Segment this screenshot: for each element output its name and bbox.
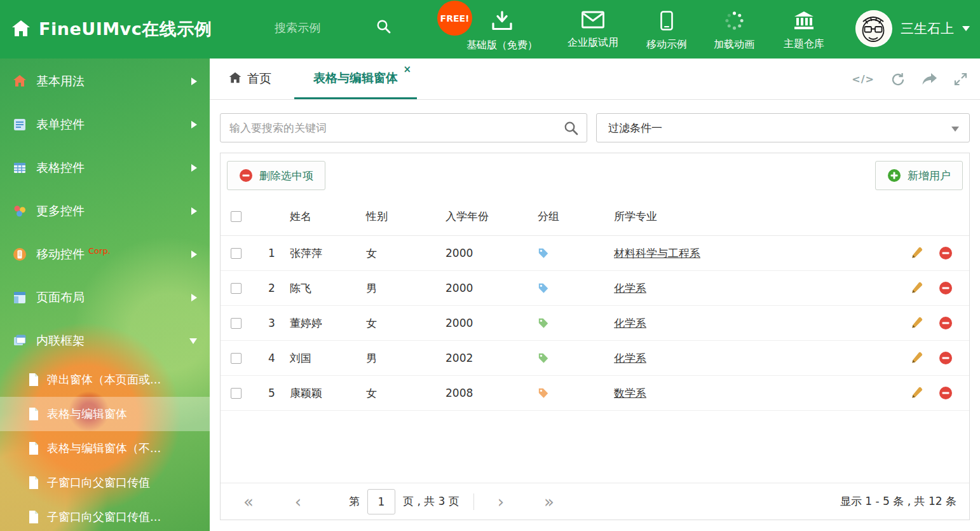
tag-icon[interactable]: [538, 282, 549, 294]
close-icon[interactable]: ×: [403, 65, 411, 74]
column-header-gender[interactable]: 性别: [364, 209, 443, 224]
cell-year: 2000: [443, 317, 535, 329]
add-user-button[interactable]: 新增用户: [875, 161, 963, 190]
sidebar-item-page-layout[interactable]: 页面布局: [0, 276, 210, 319]
last-page-button[interactable]: »: [536, 493, 562, 510]
corp-badge: Corp.: [88, 246, 111, 256]
cell-gender: 男: [364, 281, 443, 296]
record-summary: 显示 1 - 5 条 , 共 12 条: [840, 494, 956, 509]
chevron-right-icon: [191, 294, 197, 301]
column-header-major[interactable]: 所学专业: [611, 209, 893, 224]
tag-icon[interactable]: [538, 247, 549, 259]
nav-item-mobile-demo[interactable]: 移动示例: [634, 11, 700, 52]
file-icon: [28, 373, 39, 387]
tag-icon[interactable]: [538, 352, 549, 364]
filter-dropdown[interactable]: 过滤条件一: [596, 113, 970, 142]
home-icon: [11, 20, 31, 39]
column-header-group[interactable]: 分组: [535, 209, 611, 224]
table-row: 4 刘国 男 2002 化学系: [221, 341, 969, 376]
nav-item-theme-repo[interactable]: 主题仓库: [771, 11, 837, 51]
filter-dropdown-value: 过滤条件一: [608, 121, 662, 135]
bank-icon: [793, 11, 815, 32]
chevron-right-icon: [191, 78, 197, 85]
file-icon: [28, 407, 39, 421]
chevron-down-icon: [189, 338, 197, 344]
sidebar-item-mobile-controls[interactable]: 移动控件 Corp.: [0, 233, 210, 276]
nav-item-enterprise-trial[interactable]: 企业版试用: [555, 11, 631, 50]
major-link[interactable]: 化学系: [614, 317, 646, 329]
app-header: FineUIMvc在线示例 FREE! 基础版（免费） 企业版试用 移动示例 加…: [0, 0, 980, 59]
major-link[interactable]: 材料科学与工程系: [614, 247, 700, 259]
page-number-input[interactable]: [367, 489, 395, 514]
mobile-icon: [660, 11, 673, 33]
cell-gender: 女: [364, 246, 443, 261]
sidebar-subitem-grid-edit-window-2[interactable]: 表格与编辑窗体（不...: [0, 431, 210, 465]
column-header-year[interactable]: 入学年份: [443, 209, 535, 224]
code-icon[interactable]: </>: [852, 73, 875, 85]
row-checkbox[interactable]: [231, 248, 242, 259]
edit-icon[interactable]: [911, 281, 923, 295]
frame-icon: [13, 334, 27, 348]
row-checkbox[interactable]: [231, 318, 242, 329]
row-checkbox[interactable]: [231, 353, 242, 364]
cell-gender: 男: [364, 351, 443, 366]
sidebar-item-form-controls[interactable]: 表单控件: [0, 103, 210, 146]
sidebar-subitem-grid-edit-window[interactable]: 表格与编辑窗体: [0, 397, 210, 431]
share-icon[interactable]: [922, 72, 937, 86]
home-icon: [13, 74, 27, 88]
sidebar: 基本用法 表单控件 表格控件 更多控件 移动控件 Corp. 页面布局: [0, 59, 210, 531]
column-header-name[interactable]: 姓名: [287, 209, 364, 224]
nav-item-loading-animation[interactable]: 加载动画: [701, 11, 767, 52]
major-link[interactable]: 化学系: [614, 282, 646, 294]
row-checkbox[interactable]: [231, 283, 242, 294]
delete-icon[interactable]: [939, 281, 953, 295]
edit-icon[interactable]: [911, 246, 923, 260]
tag-icon[interactable]: [538, 387, 549, 399]
major-link[interactable]: 化学系: [614, 352, 646, 364]
tab-grid-edit-window[interactable]: 表格与编辑窗体 ×: [294, 59, 417, 99]
delete-icon[interactable]: [939, 386, 953, 400]
row-number: 3: [255, 317, 287, 329]
search-icon[interactable]: [376, 19, 391, 36]
tag-icon[interactable]: [538, 317, 549, 329]
sidebar-item-grid-controls[interactable]: 表格控件: [0, 146, 210, 190]
delete-selected-button[interactable]: 删除选中项: [227, 161, 325, 190]
filter-row: 过滤条件一: [210, 100, 980, 142]
keyword-search-input[interactable]: [221, 114, 587, 142]
sidebar-item-basic-usage[interactable]: 基本用法: [0, 60, 210, 103]
major-link[interactable]: 数学系: [614, 387, 646, 399]
caret-down-icon: [962, 26, 970, 31]
page-prefix-label: 第: [349, 494, 360, 509]
sidebar-subitem-child-to-parent-2[interactable]: 子窗口向父窗口传值...: [0, 500, 210, 531]
caret-down-icon: [951, 127, 959, 132]
sidebar-subitem-popup-window[interactable]: 弹出窗体（本页面或...: [0, 362, 210, 397]
delete-icon[interactable]: [939, 246, 953, 260]
prev-page-button[interactable]: ‹: [285, 493, 311, 510]
edit-icon[interactable]: [911, 316, 923, 330]
user-menu[interactable]: 三生石上: [855, 10, 970, 47]
tab-tools: </>: [852, 59, 967, 100]
first-page-button[interactable]: «: [236, 493, 261, 510]
cell-name: 陈飞: [287, 281, 364, 296]
edit-icon[interactable]: [911, 351, 923, 365]
next-page-button[interactable]: ›: [488, 493, 514, 510]
delete-icon[interactable]: [939, 351, 953, 365]
search-icon[interactable]: [564, 121, 578, 138]
edit-icon[interactable]: [911, 386, 923, 400]
chevron-right-icon: [191, 121, 197, 128]
header-search-input[interactable]: [275, 21, 376, 34]
tab-bar: 首页 表格与编辑窗体 × </>: [210, 59, 980, 100]
app-brand: FineUIMvc在线示例: [11, 0, 212, 59]
file-icon: [28, 476, 39, 490]
sidebar-subitem-child-to-parent[interactable]: 子窗口向父窗口传值: [0, 465, 210, 500]
row-number: 4: [255, 352, 287, 364]
sidebar-item-more-controls[interactable]: 更多控件: [0, 190, 210, 233]
row-checkbox[interactable]: [231, 388, 242, 399]
tab-home[interactable]: 首页: [229, 59, 271, 99]
refresh-icon[interactable]: [891, 72, 905, 86]
select-all-checkbox[interactable]: [231, 211, 242, 222]
expand-icon[interactable]: [954, 72, 967, 86]
delete-icon[interactable]: [939, 316, 953, 330]
download-icon: [491, 11, 513, 34]
sidebar-item-inline-frame[interactable]: 内联框架: [0, 319, 210, 362]
